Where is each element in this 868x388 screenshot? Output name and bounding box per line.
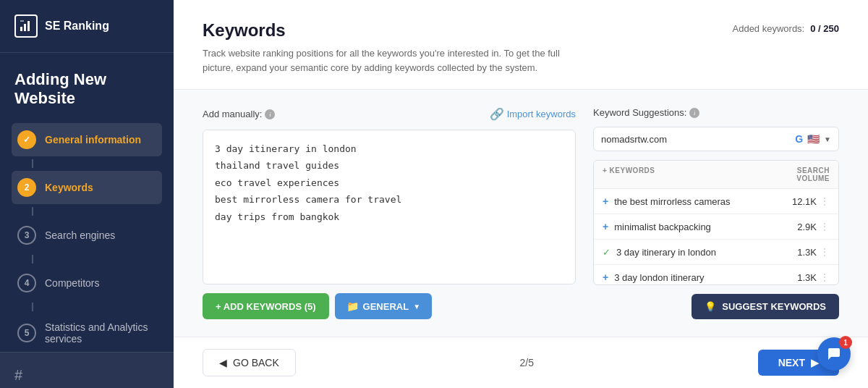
step-circle-5: 5 bbox=[17, 324, 36, 342]
domain-icons: G 🇺🇸 ▼ bbox=[795, 133, 831, 145]
svg-rect-1 bbox=[24, 24, 26, 31]
sidebar-item-general[interactable]: ✓ General information bbox=[12, 123, 162, 156]
sidebar-item-label-search: Search engines bbox=[45, 229, 115, 241]
left-panel-header: Add manually: i 🔗 Import keywords bbox=[203, 107, 576, 121]
footer-hash: # bbox=[14, 367, 159, 384]
check-row-icon-3[interactable]: ✓ bbox=[603, 247, 610, 258]
sidebar-item-keywords[interactable]: 2 Keywords bbox=[12, 171, 162, 204]
table-header: + KEYWORDS SEARCH VOLUME bbox=[594, 161, 838, 189]
main-content: Keywords Track website ranking positions… bbox=[174, 0, 868, 388]
added-keywords-label: Added keywords: bbox=[733, 23, 805, 34]
nav-connector-4 bbox=[32, 303, 33, 311]
svg-rect-0 bbox=[20, 27, 22, 31]
domain-text: nomadsrtw.com bbox=[601, 134, 795, 145]
table-row: + the best mirrorless cameras 12.1K ⋮ bbox=[594, 189, 838, 214]
sidebar-item-label-keywords: Keywords bbox=[45, 182, 93, 193]
row-menu-icon-2[interactable]: ⋮ bbox=[820, 221, 830, 232]
chat-badge: 1 bbox=[839, 336, 852, 349]
table-row: + minimalist backpacking 2.9K ⋮ bbox=[594, 214, 838, 240]
table-row: ✓ 3 day itinerary in london 1.3K ⋮ bbox=[594, 240, 838, 265]
suggestions-label: Keyword Suggestions: bbox=[593, 107, 686, 118]
domain-row: nomadsrtw.com G 🇺🇸 ▼ bbox=[593, 127, 839, 151]
sidebar-item-competitors[interactable]: 4 Competitors bbox=[12, 266, 162, 300]
lightbulb-icon: 💡 bbox=[705, 301, 716, 312]
domain-chevron-icon[interactable]: ▼ bbox=[824, 135, 831, 143]
volume-column-header: SEARCH VOLUME bbox=[772, 166, 830, 182]
row-menu-icon-4[interactable]: ⋮ bbox=[820, 271, 830, 283]
suggest-button-label: SUGGEST KEYWORDS bbox=[722, 301, 826, 312]
folder-icon: 📁 bbox=[346, 300, 359, 312]
row-keyword-4: 3 day london itinerary bbox=[614, 272, 780, 283]
add-manually-info-icon[interactable]: i bbox=[265, 109, 275, 119]
chat-button[interactable]: 1 bbox=[817, 337, 851, 371]
suggestions-header: Keyword Suggestions: i bbox=[593, 107, 839, 118]
step-indicator: 2/5 bbox=[519, 357, 533, 368]
logo-icon bbox=[14, 14, 38, 38]
sidebar-footer: # Website rankings are checked automatic… bbox=[0, 352, 174, 388]
content-area: Add manually: i 🔗 Import keywords 3 day … bbox=[174, 90, 868, 337]
step-circle-4: 4 bbox=[17, 274, 36, 292]
step-circle-2: 2 bbox=[17, 178, 36, 197]
footer: ◀ GO BACK 2/5 NEXT ▶ bbox=[174, 337, 868, 388]
sidebar-title: Adding NewWebsite bbox=[0, 53, 174, 123]
row-menu-icon-3[interactable]: ⋮ bbox=[820, 246, 830, 258]
sidebar-logo: SE Ranking bbox=[0, 0, 174, 53]
row-volume-2: 2.9K bbox=[780, 222, 817, 232]
add-row-icon-1[interactable]: + bbox=[603, 195, 608, 207]
import-keywords-link[interactable]: 🔗 Import keywords bbox=[490, 107, 576, 121]
add-row-icon-4[interactable]: + bbox=[603, 271, 608, 283]
sidebar: SE Ranking Adding NewWebsite ✓ General i… bbox=[0, 0, 174, 388]
add-keywords-button[interactable]: + ADD KEYWORDS (5) bbox=[203, 293, 329, 319]
table-row: + 3 day london itinerary 1.3K ⋮ bbox=[594, 265, 838, 285]
sidebar-item-label-competitors: Competitors bbox=[45, 277, 99, 289]
sidebar-item-search-engines[interactable]: 3 Search engines bbox=[12, 219, 162, 252]
general-button-label: GENERAL bbox=[363, 301, 409, 312]
left-panel: Add manually: i 🔗 Import keywords 3 day … bbox=[203, 107, 576, 319]
row-volume-1: 12.1K bbox=[780, 196, 817, 207]
step-circle-1: ✓ bbox=[17, 130, 36, 149]
add-row-icon-2[interactable]: + bbox=[603, 221, 608, 232]
row-keyword-3: 3 day itinerary in london bbox=[616, 247, 780, 258]
page-description: Track website ranking positions for all … bbox=[203, 46, 564, 75]
page-title: Keywords bbox=[203, 20, 564, 41]
next-label: NEXT bbox=[778, 357, 805, 368]
import-link-label: Import keywords bbox=[507, 109, 576, 119]
sidebar-item-label-general: General information bbox=[45, 134, 141, 146]
sidebar-item-label-statistics: Statistics and Analytics services bbox=[45, 321, 156, 345]
keywords-column-header: + KEYWORDS bbox=[603, 166, 772, 182]
svg-rect-3 bbox=[20, 20, 24, 22]
nav-items: ✓ General information 2 Keywords 3 Searc… bbox=[0, 123, 174, 352]
logo-text: SE Ranking bbox=[45, 20, 109, 33]
back-button[interactable]: ◀ GO BACK bbox=[203, 349, 296, 376]
suggest-keywords-button[interactable]: 💡 SUGGEST KEYWORDS bbox=[692, 294, 839, 319]
row-volume-3: 1.3K bbox=[780, 247, 817, 258]
suggestions-table: + KEYWORDS SEARCH VOLUME + the best mirr… bbox=[593, 160, 839, 285]
general-button[interactable]: 📁 GENERAL ▼ bbox=[335, 293, 432, 319]
right-panel: Keyword Suggestions: i nomadsrtw.com G 🇺… bbox=[593, 107, 839, 319]
us-flag-icon: 🇺🇸 bbox=[807, 133, 820, 145]
row-keyword-2: minimalist backpacking bbox=[614, 222, 780, 232]
added-keywords-count: 0 / 250 bbox=[810, 23, 839, 34]
row-menu-icon-1[interactable]: ⋮ bbox=[820, 195, 830, 207]
nav-connector-1 bbox=[32, 159, 33, 168]
header-left: Keywords Track website ranking positions… bbox=[203, 20, 564, 75]
row-keyword-1: the best mirrorless cameras bbox=[614, 196, 780, 207]
keywords-textarea[interactable]: 3 day itinerary in london thailand trave… bbox=[203, 130, 576, 284]
step-circle-3: 3 bbox=[17, 226, 36, 245]
row-volume-4: 1.3K bbox=[780, 272, 817, 283]
google-icon: G bbox=[795, 133, 803, 145]
action-buttons: + ADD KEYWORDS (5) 📁 GENERAL ▼ bbox=[203, 293, 576, 319]
header-row: Keywords Track website ranking positions… bbox=[203, 20, 839, 75]
suggestions-info-icon[interactable]: i bbox=[689, 108, 699, 118]
add-manually-label: Add manually: i bbox=[203, 109, 275, 119]
page-header: Keywords Track website ranking positions… bbox=[174, 0, 868, 90]
general-chevron-icon: ▼ bbox=[413, 303, 420, 311]
nav-connector-3 bbox=[32, 255, 33, 263]
svg-rect-2 bbox=[27, 21, 30, 31]
sidebar-item-statistics[interactable]: 5 Statistics and Analytics services bbox=[12, 314, 162, 352]
back-label: GO BACK bbox=[233, 357, 279, 368]
header-right: Added keywords: 0 / 250 bbox=[733, 20, 840, 34]
nav-connector-2 bbox=[32, 207, 33, 216]
back-chevron-icon: ◀ bbox=[219, 357, 227, 368]
